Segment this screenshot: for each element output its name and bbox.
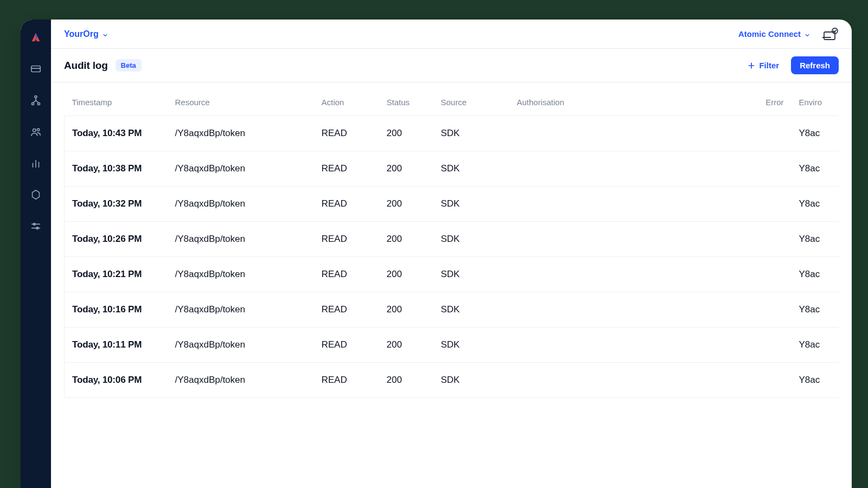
nav-card-icon[interactable]	[30, 63, 42, 75]
cell-source: SDK	[433, 257, 509, 292]
cell-error	[743, 151, 792, 187]
cell-source: SDK	[433, 187, 509, 222]
cell-timestamp: Today, 10:43 PM	[65, 116, 168, 151]
cell-error	[743, 187, 792, 222]
cell-resource: /Y8aqxdBp/token	[168, 116, 314, 151]
col-resource[interactable]: Resource	[168, 98, 314, 116]
cell-action: READ	[314, 363, 379, 398]
cell-authorisation	[509, 222, 743, 257]
col-error[interactable]: Error	[743, 98, 792, 116]
cell-source: SDK	[433, 292, 509, 328]
cell-resource: /Y8aqxdBp/token	[168, 151, 314, 187]
cell-status: 200	[379, 222, 433, 257]
cell-environment: Y8ac	[792, 363, 839, 398]
cell-action: READ	[314, 151, 379, 187]
cell-authorisation	[509, 116, 743, 151]
table-row[interactable]: Today, 10:43 PM/Y8aqxdBp/tokenREAD200SDK…	[65, 116, 839, 151]
col-timestamp[interactable]: Timestamp	[65, 98, 168, 116]
cell-source: SDK	[433, 116, 509, 151]
filter-button[interactable]: Filter	[743, 57, 783, 73]
refresh-button-label: Refresh	[800, 61, 830, 70]
cell-timestamp: Today, 10:21 PM	[65, 257, 168, 292]
cell-environment: Y8ac	[792, 257, 839, 292]
cell-status: 200	[379, 328, 433, 363]
cell-source: SDK	[433, 328, 509, 363]
nav-analytics-icon[interactable]	[30, 157, 42, 169]
table-row[interactable]: Today, 10:38 PM/Y8aqxdBp/tokenREAD200SDK…	[65, 151, 839, 187]
svg-marker-10	[33, 190, 40, 200]
cell-timestamp: Today, 10:06 PM	[65, 363, 168, 398]
col-action[interactable]: Action	[314, 98, 379, 116]
cell-source: SDK	[433, 363, 509, 398]
cell-timestamp: Today, 10:38 PM	[65, 151, 168, 187]
cell-error	[743, 328, 792, 363]
cell-authorisation	[509, 187, 743, 222]
cell-environment: Y8ac	[792, 222, 839, 257]
cell-authorisation	[509, 328, 743, 363]
table-row[interactable]: Today, 10:16 PM/Y8aqxdBp/tokenREAD200SDK…	[65, 292, 839, 328]
cell-action: READ	[314, 257, 379, 292]
cell-environment: Y8ac	[792, 292, 839, 328]
filter-button-label: Filter	[759, 61, 779, 70]
cell-status: 200	[379, 187, 433, 222]
cell-environment: Y8ac	[792, 151, 839, 187]
nav-sliders-icon[interactable]	[30, 220, 42, 232]
main-area: YourOrg Atomic Connect Audit log Beta Fi…	[51, 20, 852, 488]
nav-settings-icon[interactable]	[30, 189, 42, 201]
cell-source: SDK	[433, 222, 509, 257]
brand-logo	[30, 31, 42, 43]
refresh-button[interactable]: Refresh	[791, 56, 839, 74]
audit-table: Timestamp Resource Action Status Source …	[64, 98, 839, 398]
cell-environment: Y8ac	[792, 187, 839, 222]
col-source[interactable]: Source	[433, 98, 509, 116]
cell-error	[743, 292, 792, 328]
cell-source: SDK	[433, 151, 509, 187]
cell-resource: /Y8aqxdBp/token	[168, 328, 314, 363]
cell-action: READ	[314, 222, 379, 257]
cell-timestamp: Today, 10:26 PM	[65, 222, 168, 257]
table-body: Today, 10:43 PM/Y8aqxdBp/tokenREAD200SDK…	[65, 116, 839, 398]
cell-resource: /Y8aqxdBp/token	[168, 257, 314, 292]
product-picker[interactable]: Atomic Connect	[738, 29, 810, 38]
table-row[interactable]: Today, 10:11 PM/Y8aqxdBp/tokenREAD200SDK…	[65, 328, 839, 363]
cell-status: 200	[379, 151, 433, 187]
table-row[interactable]: Today, 10:32 PM/Y8aqxdBp/tokenREAD200SDK…	[65, 187, 839, 222]
nav-branch-icon[interactable]	[30, 94, 42, 106]
svg-rect-0	[31, 66, 41, 72]
table-row[interactable]: Today, 10:06 PM/Y8aqxdBp/tokenREAD200SDK…	[65, 363, 839, 398]
col-authorisation[interactable]: Authorisation	[509, 98, 743, 116]
app-frame: YourOrg Atomic Connect Audit log Beta Fi…	[21, 20, 852, 488]
cell-authorisation	[509, 292, 743, 328]
audit-table-wrapper: Timestamp Resource Action Status Source …	[64, 98, 839, 488]
cell-resource: /Y8aqxdBp/token	[168, 222, 314, 257]
page-header: Audit log Beta Filter Refresh	[51, 49, 852, 82]
col-status[interactable]: Status	[379, 98, 433, 116]
org-picker-label: YourOrg	[64, 29, 99, 39]
beta-badge: Beta	[116, 59, 142, 72]
notifications-icon[interactable]	[822, 27, 839, 41]
svg-point-6	[37, 129, 39, 131]
org-picker[interactable]: YourOrg	[64, 29, 108, 39]
table-header-row: Timestamp Resource Action Status Source …	[65, 98, 839, 116]
cell-action: READ	[314, 292, 379, 328]
product-picker-label: Atomic Connect	[738, 29, 801, 38]
cell-status: 200	[379, 116, 433, 151]
cell-error	[743, 257, 792, 292]
cell-resource: /Y8aqxdBp/token	[168, 292, 314, 328]
table-row[interactable]: Today, 10:26 PM/Y8aqxdBp/tokenREAD200SDK…	[65, 222, 839, 257]
cell-action: READ	[314, 187, 379, 222]
cell-timestamp: Today, 10:11 PM	[65, 328, 168, 363]
col-environment[interactable]: Enviro	[792, 98, 839, 116]
cell-error	[743, 222, 792, 257]
cell-environment: Y8ac	[792, 328, 839, 363]
nav-rail	[21, 20, 51, 488]
cell-resource: /Y8aqxdBp/token	[168, 187, 314, 222]
page-title: Audit log	[64, 60, 108, 72]
nav-people-icon[interactable]	[30, 126, 42, 138]
content-area: Timestamp Resource Action Status Source …	[51, 82, 852, 488]
cell-action: READ	[314, 328, 379, 363]
cell-resource: /Y8aqxdBp/token	[168, 363, 314, 398]
cell-status: 200	[379, 292, 433, 328]
table-row[interactable]: Today, 10:21 PM/Y8aqxdBp/tokenREAD200SDK…	[65, 257, 839, 292]
chevron-down-icon	[102, 31, 108, 37]
